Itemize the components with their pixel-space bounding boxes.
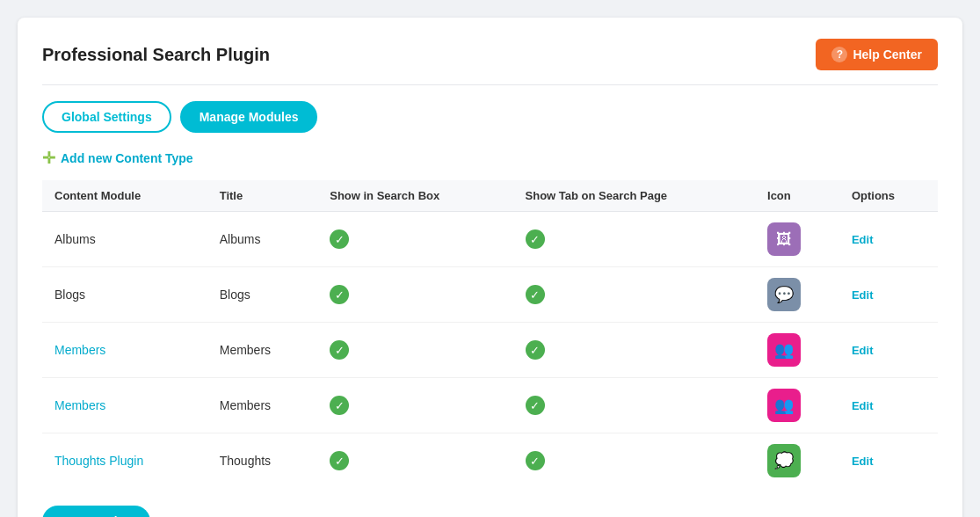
icon-cell: 💬 [755,267,839,323]
module-icon: 💭 [767,444,801,477]
check-icon: ✓ [330,285,349,304]
add-content-type-link[interactable]: ✛ Add new Content Type [42,149,938,168]
save-order-button[interactable]: Save Order [42,506,150,517]
col-show-in-search: Show in Search Box [317,180,512,212]
module-name: Albums [42,212,207,267]
help-center-button[interactable]: ? Help Center [816,39,938,70]
row-title: Blogs [207,267,318,323]
row-title: Members [207,323,318,378]
edit-button[interactable]: Edit [852,399,874,412]
main-card: Professional Search Plugin ? Help Center… [18,18,962,517]
row-title: Thoughts [207,433,318,489]
check-icon: ✓ [526,396,545,415]
show-in-search-cell: ✓ [317,267,512,323]
show-in-search-cell: ✓ [317,378,512,433]
show-in-search-cell: ✓ [317,212,512,267]
show-tab-cell: ✓ [513,212,755,267]
module-icon: 👥 [767,333,801,367]
module-icon: 🖼 [767,222,801,256]
options-cell: Edit [839,378,938,433]
icon-cell: 🖼 [755,212,839,267]
add-link-label: Add new Content Type [61,151,193,165]
table-row: MembersMembers✓✓👥Edit [42,378,938,433]
module-link[interactable]: Members [54,398,105,412]
table-row: BlogsBlogs✓✓💬Edit [42,267,938,323]
show-tab-cell: ✓ [513,267,755,323]
check-icon: ✓ [330,229,349,249]
show-in-search-cell: ✓ [317,433,512,489]
icon-cell: 👥 [755,323,839,378]
module-icon: 👥 [767,389,801,422]
col-show-tab: Show Tab on Search Page [513,180,755,212]
edit-button[interactable]: Edit [852,344,874,357]
col-title: Title [207,180,318,212]
edit-button[interactable]: Edit [852,233,874,246]
col-options: Options [839,180,938,212]
tab-global-settings[interactable]: Global Settings [42,101,171,133]
show-tab-cell: ✓ [513,378,755,433]
plus-icon: ✛ [42,149,55,168]
options-cell: Edit [839,433,938,489]
show-in-search-cell: ✓ [317,323,512,378]
options-cell: Edit [839,212,938,267]
row-title: Albums [207,212,318,267]
table-row: AlbumsAlbums✓✓🖼Edit [42,212,938,267]
module-name: Blogs [42,267,207,323]
page-header: Professional Search Plugin ? Help Center [42,39,938,85]
module-link[interactable]: Members [54,343,105,357]
check-icon: ✓ [526,229,545,249]
module-link[interactable]: Thoughts Plugin [54,454,143,468]
check-icon: ✓ [330,396,349,415]
col-content-module: Content Module [42,180,207,212]
page-title: Professional Search Plugin [42,45,270,65]
tab-manage-modules[interactable]: Manage Modules [180,101,318,133]
table-header-row: Content Module Title Show in Search Box … [42,180,938,212]
edit-button[interactable]: Edit [852,455,874,468]
check-icon: ✓ [330,340,349,360]
check-icon: ✓ [526,285,545,304]
help-icon: ? [831,47,847,62]
table-row: MembersMembers✓✓👥Edit [42,323,938,378]
options-cell: Edit [839,323,938,378]
help-btn-label: Help Center [853,47,922,62]
content-modules-table: Content Module Title Show in Search Box … [42,180,938,488]
check-icon: ✓ [526,340,545,360]
row-title: Members [207,378,318,433]
tab-bar: Global Settings Manage Modules [42,101,938,133]
edit-button[interactable]: Edit [852,288,874,302]
show-tab-cell: ✓ [513,433,755,489]
icon-cell: 👥 [755,378,839,433]
options-cell: Edit [839,267,938,323]
icon-cell: 💭 [755,433,839,489]
check-icon: ✓ [526,451,545,470]
table-row: Thoughts PluginThoughts✓✓💭Edit [42,433,938,489]
show-tab-cell: ✓ [513,323,755,378]
check-icon: ✓ [330,451,349,470]
module-icon: 💬 [767,278,801,311]
col-icon: Icon [755,180,839,212]
